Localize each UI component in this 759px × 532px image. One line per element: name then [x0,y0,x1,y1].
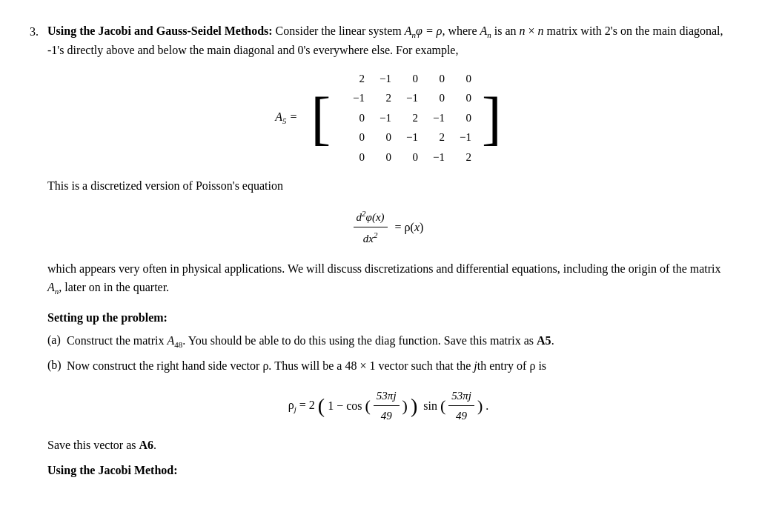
a6-bold: A6 [139,439,154,451]
cell: 0 [446,89,473,107]
cell: −1 [393,89,420,107]
inner-left-paren: ( [365,398,371,414]
matrix-row-3: 0 −1 2 −1 0 [339,109,473,127]
fraction-d2phi: d2φ(x) dx2 [354,207,388,247]
cell: 2 [366,89,393,107]
fraction-denominator: dx2 [360,227,381,247]
one-minus: 1 − cos [328,397,362,415]
matrix-row-1: 2 −1 0 0 0 [339,70,473,88]
matrix-row-5: 0 0 0 −1 2 [339,148,473,167]
sin-text: sin [420,397,437,415]
cell: 0 [420,70,446,88]
matrix-rows: 2 −1 0 0 0 −1 2 −1 0 0 0 −1 2 −1 [339,70,473,167]
problem-title: Using the Jacobi and Gauss-Seidel Method… [47,22,729,59]
cell: −1 [420,109,446,127]
cell: 0 [393,70,420,88]
matrix-label: A5 = [275,108,297,127]
cell: 0 [420,89,446,107]
cell: 2 [339,70,366,88]
right-bracket: ] [482,93,502,143]
cell: 0 [393,148,420,167]
equals-sign: = ρ(x) [395,219,424,236]
discretized-paragraph: This is a discretized version of Poisson… [47,176,729,196]
part-a-bold: A5 [537,334,551,347]
title-math: Anφ = ρ, [405,24,445,37]
cell: −1 [393,128,420,147]
physical-text2: later on in the quarter. [64,281,169,293]
title-bold: Using the Jacobi and Gauss-Seidel Method… [47,24,273,37]
cell: 2 [393,109,420,127]
cell: −1 [366,109,393,127]
outer-left-paren: ( [318,396,325,416]
cos-fraction: 53πj 49 [374,388,400,425]
problem-container: 3. Using the Jacobi and Gauss-Seidel Met… [30,22,729,479]
poisson-equation: d2φ(x) dx2 = ρ(x) [47,207,729,247]
physical-text: which appears very often in physical app… [47,262,721,275]
left-bracket: [ [311,93,331,143]
save-a6-text: Save this vector as [47,439,139,451]
cell: −1 [366,70,393,88]
using-jacobi-title: Using the Jacobi Method: [47,462,729,479]
outer-right-paren: ) [411,396,417,416]
cell: −1 [339,89,366,107]
discretized-text: This is a discretized version of Poisson… [47,179,283,192]
part-a-end: . [551,334,554,347]
cell: −1 [446,128,473,147]
cell: 2 [446,148,473,167]
sin-left-paren: ( [440,398,445,414]
sin-fraction-den: 49 [453,406,470,425]
an-inline: An, [47,281,62,293]
cell: 0 [446,70,473,88]
section-title: Setting up the problem: [47,309,729,327]
cell: 0 [339,128,366,147]
save-a6-end: . [153,439,156,451]
subpart-b: (b) Now construct the right hand side ve… [47,356,729,376]
matrix-display: A5 = [ 2 −1 0 0 0 −1 2 −1 0 0 [47,70,729,167]
cos-fraction-den: 49 [378,406,395,425]
rho-lhs: ρj = 2 [288,396,315,416]
physical-paragraph: which appears very often in physical app… [47,259,729,299]
cell: 0 [366,148,393,167]
save-line: Save this vector as A6. [47,436,729,454]
title-text: Consider the linear system [276,24,405,37]
part-a-text: Construct the matrix A48. You should be … [67,334,537,347]
period: . [485,397,488,415]
inner-right-paren: ) [402,398,408,414]
rho-equation: ρj = 2 ( 1 − cos ( 53πj 49 ) ) sin ( 53π… [47,388,729,425]
fraction-numerator: d2φ(x) [354,207,388,228]
subpart-b-label: (b) [47,356,67,374]
subpart-a-content: Construct the matrix A48. You should be … [67,331,729,352]
sin-fraction-num: 53πj [448,388,474,407]
cell: 0 [339,148,366,167]
problem-number: 3. [30,22,47,41]
cell: 0 [366,128,393,147]
matrix-row-2: −1 2 −1 0 0 [339,89,473,107]
sin-right-paren: ) [477,398,483,414]
subpart-b-content: Now construct the right hand side vector… [67,356,729,376]
cell: 0 [339,109,366,127]
cell: 0 [446,109,473,127]
sin-fraction: 53πj 49 [448,388,474,425]
part-b-text: Now construct the right hand side vector… [67,359,546,372]
cell: 2 [420,128,446,147]
problem-content: Using the Jacobi and Gauss-Seidel Method… [47,22,729,479]
cos-fraction-num: 53πj [374,388,400,407]
cell: −1 [420,148,446,167]
matrix-row-4: 0 0 −1 2 −1 [339,128,473,147]
title-rest: where [448,24,480,37]
subpart-a: (a) Construct the matrix A48. You should… [47,331,729,352]
subpart-a-label: (a) [47,331,67,349]
an-text: An [480,24,491,37]
